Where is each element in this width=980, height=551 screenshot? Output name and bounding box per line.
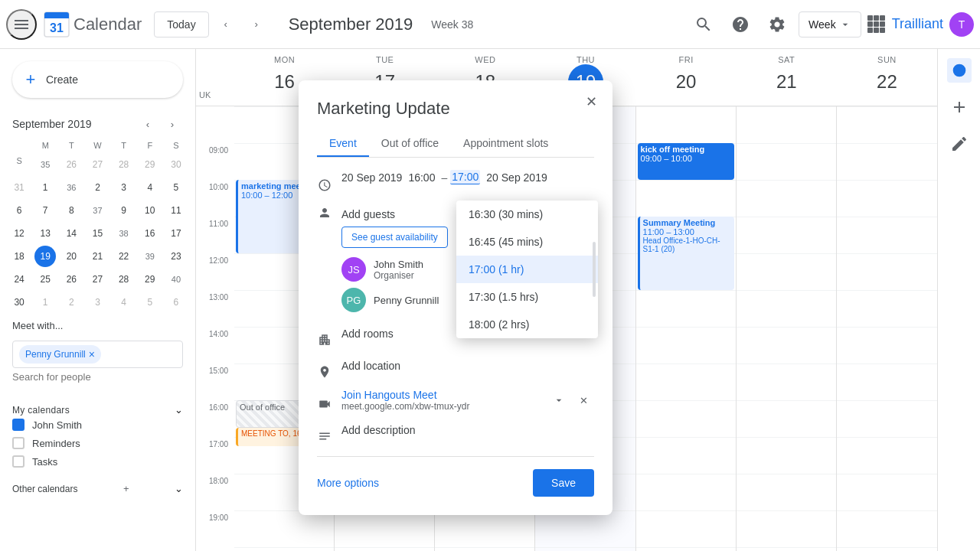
modal-time-row: 20 Sep 2019 16:00 – 17:00 20 Sep 2019 <box>317 170 594 193</box>
mini-day-5[interactable]: 5 <box>165 177 187 198</box>
mini-day-22[interactable]: 22 <box>113 246 135 267</box>
dropdown-item-1800[interactable]: 18:00 (2 hrs) <box>456 311 598 338</box>
cal-header-fri[interactable]: FRI 20 <box>636 49 737 106</box>
mini-day-30[interactable]: 30 <box>8 292 30 313</box>
mini-day-28-aug[interactable]: 28 <box>113 154 135 175</box>
mini-day-6-oct[interactable]: 6 <box>165 292 187 313</box>
mini-day-19-today[interactable]: 19 <box>34 246 56 267</box>
cal-header-sun[interactable]: SUN 22 <box>837 49 937 106</box>
mini-day-20[interactable]: 20 <box>60 246 82 267</box>
view-selector[interactable]: Week <box>799 11 861 37</box>
cal-reminders[interactable]: Reminders <box>0 434 195 452</box>
hangouts-chevron-button[interactable] <box>548 390 570 411</box>
penny-chip[interactable]: Penny Grunnill × <box>19 345 101 364</box>
mini-day-15[interactable]: 15 <box>87 223 108 244</box>
save-button[interactable]: Save <box>533 469 594 497</box>
side-panel-pen[interactable] <box>944 129 975 159</box>
time-end-link[interactable]: 17:00 <box>450 170 480 184</box>
tab-out-of-office[interactable]: Out of office <box>369 131 451 157</box>
mini-day-27[interactable]: 27 <box>87 269 108 290</box>
next-button[interactable]: › <box>243 11 270 38</box>
settings-button[interactable] <box>762 9 792 40</box>
mini-day-29[interactable]: 29 <box>139 269 161 290</box>
mini-day-5-oct[interactable]: 5 <box>139 292 161 313</box>
mini-day-29-aug[interactable]: 29 <box>139 154 161 175</box>
my-calendars-header[interactable]: My calendars ⌄ <box>0 404 195 416</box>
clock-icon <box>317 178 332 193</box>
dropdown-item-1700[interactable]: 17:00 (1 hr) <box>456 256 598 283</box>
search-button[interactable] <box>688 9 719 40</box>
mini-day-11[interactable]: 11 <box>165 200 187 221</box>
day-header-W: W <box>84 138 110 153</box>
mini-day-1-oct[interactable]: 1 <box>34 292 56 313</box>
menu-button[interactable] <box>6 9 37 40</box>
mini-day-6[interactable]: 6 <box>8 200 30 221</box>
tab-appointment-slots[interactable]: Appointment slots <box>451 131 560 157</box>
mini-day-27-aug[interactable]: 27 <box>87 154 108 175</box>
add-rooms-button[interactable]: Add rooms <box>341 324 394 343</box>
mini-day-9[interactable]: 9 <box>113 200 135 221</box>
mini-cal-prev[interactable]: ‹ <box>137 113 158 135</box>
search-people-input[interactable] <box>12 368 183 386</box>
cal-john-smith[interactable]: John Smith <box>0 416 195 434</box>
more-options-button[interactable]: More options <box>317 477 379 489</box>
mini-day-2-oct[interactable]: 2 <box>60 292 82 313</box>
mini-day-21[interactable]: 21 <box>87 246 108 267</box>
side-panel-trailliant[interactable] <box>944 55 975 86</box>
mini-day-18[interactable]: 18 <box>8 246 30 267</box>
dropdown-item-1630[interactable]: 16:30 (30 mins) <box>456 201 598 228</box>
mini-day-4[interactable]: 4 <box>139 177 161 198</box>
today-button[interactable]: Today <box>154 11 208 37</box>
description-icon <box>317 429 332 444</box>
prev-button[interactable]: ‹ <box>212 11 240 38</box>
mini-day-23[interactable]: 23 <box>165 246 187 267</box>
mini-day-10[interactable]: 10 <box>139 200 161 221</box>
hangouts-title[interactable]: Join Hangouts Meet <box>341 389 469 401</box>
cal-header-sat[interactable]: SAT 21 <box>737 49 837 106</box>
other-cal-add-icon[interactable]: + <box>123 483 129 494</box>
mini-day-1[interactable]: 1 <box>34 177 56 198</box>
dropdown-item-1730[interactable]: 17:30 (1.5 hrs) <box>456 283 598 311</box>
modal-close-button[interactable]: ✕ <box>579 90 603 114</box>
cal-tasks[interactable]: Tasks <box>0 452 195 471</box>
tab-event[interactable]: Event <box>317 131 369 157</box>
mini-day-24[interactable]: 24 <box>8 269 30 290</box>
help-button[interactable] <box>725 9 756 40</box>
mini-day-3[interactable]: 3 <box>113 177 135 198</box>
mini-day-25[interactable]: 25 <box>34 269 56 290</box>
mini-day-31-aug[interactable]: 31 <box>8 177 30 198</box>
chip-remove-button[interactable]: × <box>89 348 95 360</box>
dropdown-item-1645[interactable]: 16:45 (45 mins) <box>456 228 598 256</box>
event-kickoff[interactable]: kick off meeting 09:00 – 10:00 <box>638 143 734 180</box>
mini-day-4-oct[interactable]: 4 <box>113 292 135 313</box>
user-avatar[interactable]: T <box>949 12 974 37</box>
meet-with-label: Meet with... <box>0 314 195 337</box>
mini-day-12[interactable]: 12 <box>8 223 30 244</box>
side-panel-add[interactable] <box>944 92 975 122</box>
mini-day-13[interactable]: 13 <box>34 223 56 244</box>
mini-day-14[interactable]: 14 <box>60 223 82 244</box>
mini-day-17[interactable]: 17 <box>165 223 187 244</box>
mini-day-7[interactable]: 7 <box>34 200 56 221</box>
create-button[interactable]: + Create <box>12 61 183 98</box>
apps-icon[interactable] <box>867 15 886 34</box>
mini-day-30-aug[interactable]: 30 <box>165 154 187 175</box>
add-description-button[interactable]: Add description <box>341 421 416 439</box>
mini-day-8[interactable]: 8 <box>60 200 82 221</box>
hangouts-close-button[interactable]: ✕ <box>573 390 594 411</box>
time-end-value: 17:00 <box>452 171 479 183</box>
mini-day-16[interactable]: 16 <box>139 223 161 244</box>
mini-cal-next[interactable]: › <box>162 113 183 135</box>
mini-day-26[interactable]: 26 <box>60 269 82 290</box>
location-icon <box>317 364 332 380</box>
see-availability-button[interactable]: See guest availability <box>341 227 448 248</box>
mini-day-28[interactable]: 28 <box>113 269 135 290</box>
mini-day-3-oct[interactable]: 3 <box>87 292 108 313</box>
date-end: 20 Sep 2019 <box>486 171 547 184</box>
add-location-button[interactable]: Add location <box>341 357 400 375</box>
event-summary[interactable]: Summary Meeting 11:00 – 13:00 Head Offic… <box>638 217 734 290</box>
other-calendars-header[interactable]: Other calendars + ⌄ <box>0 483 195 494</box>
mini-day-26-aug[interactable]: 26 <box>60 154 82 175</box>
time-start-value[interactable]: 16:00 <box>408 171 435 184</box>
mini-day-2[interactable]: 2 <box>87 177 108 198</box>
